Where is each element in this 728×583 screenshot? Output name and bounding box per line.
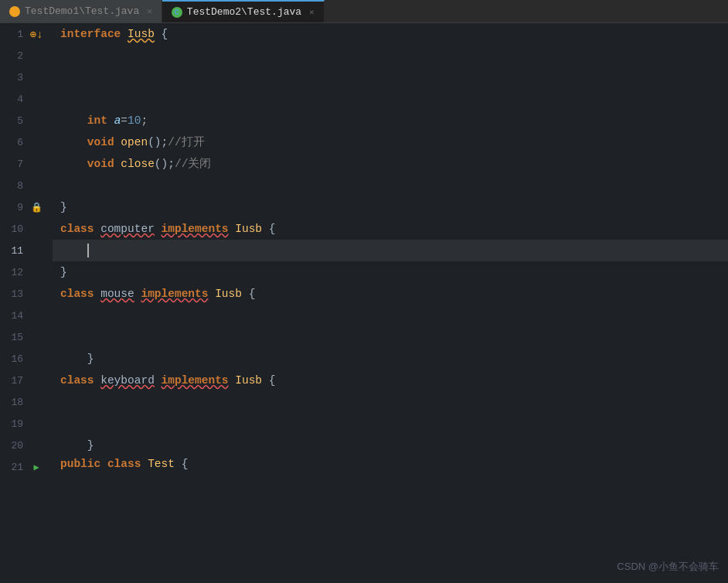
tab-icon-2: C (172, 7, 182, 18)
line-number-10: 10 (0, 223, 29, 235)
code-line-12: } (53, 261, 728, 283)
code-line-1: interface Iusb { (53, 23, 728, 45)
gutter-row-16: 16 (0, 348, 53, 370)
line-number-5: 5 (0, 115, 29, 127)
code-line-20: } (53, 435, 728, 456)
gutter-row-9: 9 🔒 (0, 196, 53, 218)
gutter-row-3: 3 (0, 66, 53, 88)
keyword-void-1: void (87, 131, 114, 153)
tab-testdemo2[interactable]: C TestDemo2\Test.java ✕ (162, 0, 325, 22)
line-number-15: 15 (0, 332, 29, 343)
text-cursor (87, 244, 89, 257)
line-number-6: 6 (0, 137, 29, 148)
arrow-down-icon: ⊕↓ (30, 28, 43, 41)
gutter-row-4: 4 (0, 88, 53, 110)
line-number-3: 3 (0, 72, 29, 84)
code-line-6: void open (); //打开 (53, 131, 728, 153)
line-number-19: 19 (0, 418, 29, 430)
line-number-14: 14 (0, 310, 29, 322)
keyword-implements-2: implements (141, 283, 208, 305)
classname-test: Test (148, 456, 175, 472)
gutter-row-20: 20 (0, 435, 53, 456)
code-line-8 (53, 175, 728, 196)
tab-close-2[interactable]: ✕ (309, 7, 315, 17)
gutter-row-15: 15 (0, 326, 53, 348)
code-line-2 (53, 45, 728, 66)
code-line-3 (53, 66, 728, 88)
code-line-18 (53, 391, 728, 413)
tab-label-1: TestDemo1\Test.java (25, 5, 139, 17)
gutter-row-11: 11 (0, 240, 53, 261)
code-editor[interactable]: interface Iusb { int a = 10 ; void o (53, 23, 728, 583)
iusb-ref-3: Iusb (235, 370, 262, 391)
arrow-right-icon: ▶ (33, 462, 39, 473)
num-10: 10 (128, 110, 141, 131)
line-marker-21: ▶ (29, 462, 43, 473)
code-line-21: public class Test { (53, 456, 728, 472)
line-number-18: 18 (0, 397, 29, 408)
keyword-void-2: void (87, 153, 114, 175)
code-line-5: int a = 10 ; (53, 110, 728, 131)
code-line-11[interactable] (53, 240, 728, 261)
gutter-row-12: 12 (0, 261, 53, 283)
code-line-7: void close (); //关闭 (53, 153, 728, 175)
var-a: a (114, 110, 121, 131)
editor-container: 1 ⊕↓ 2 3 4 5 6 7 (0, 23, 728, 583)
gutter-row-2: 2 (0, 45, 53, 66)
line-number-11: 11 (0, 245, 29, 257)
line-number-7: 7 (0, 159, 29, 170)
keyword-class-1: class (60, 218, 94, 240)
code-line-10: class computer implements Iusb { (53, 218, 728, 240)
method-open: open (121, 131, 148, 153)
line-number-2: 2 (0, 50, 29, 62)
keyword-int: int (87, 110, 107, 131)
keyword-class-4: class (107, 456, 141, 472)
fold-icon-9[interactable]: 🔒 (31, 202, 43, 213)
line-number-9: 9 (0, 202, 29, 213)
gutter-row-17: 17 (0, 370, 53, 391)
gutter-row-10: 10 (0, 218, 53, 240)
line-number-20: 20 (0, 440, 29, 452)
classname-computer: computer (100, 218, 155, 240)
line-number-1: 1 (0, 29, 29, 40)
code-line-19 (53, 413, 728, 435)
code-line-9: } (53, 196, 728, 218)
code-line-4 (53, 88, 728, 110)
tab-label-2: TestDemo2\Test.java (187, 6, 301, 18)
gutter-row-19: 19 (0, 413, 53, 435)
classname-keyboard: keyboard (100, 370, 155, 391)
interface-name-iusb: Iusb (128, 23, 155, 45)
iusb-ref-2: Iusb (215, 283, 242, 305)
line-marker-9: 🔒 (29, 202, 43, 213)
line-marker-1: ⊕↓ (29, 28, 43, 41)
line-number-4: 4 (0, 94, 29, 105)
gutter-row-1: 1 ⊕↓ (0, 23, 53, 45)
tab-testdemo1[interactable]: TestDemo1\Test.java ✕ (0, 0, 162, 22)
line-number-21: 21 (0, 462, 29, 473)
keyword-public: public (60, 456, 100, 472)
keyword-implements-3: implements (162, 370, 229, 391)
line-number-8: 8 (0, 180, 29, 192)
tab-close-1[interactable]: ✕ (147, 6, 152, 16)
gutter-row-7: 7 (0, 153, 53, 175)
code-line-14 (53, 305, 728, 326)
gutter-row-21: 21 ▶ (0, 456, 53, 478)
watermark: CSDN @小鱼不会骑车 (617, 560, 719, 574)
gutter-row-6: 6 (0, 131, 53, 153)
line-number-16: 16 (0, 353, 29, 365)
line-number-12: 12 (0, 267, 29, 278)
comment-close: //关闭 (175, 153, 211, 175)
code-line-17: class keyboard implements Iusb { (53, 370, 728, 391)
line-number-13: 13 (0, 288, 29, 300)
gutter-row-14: 14 (0, 305, 53, 326)
code-line-13: class mouse implements Iusb { (53, 283, 728, 305)
gutter-row-18: 18 (0, 391, 53, 413)
comment-open: //打开 (168, 131, 204, 153)
method-close: close (121, 153, 155, 175)
keyword-implements-1: implements (162, 218, 229, 240)
keyword-class-2: class (60, 283, 94, 305)
gutter: 1 ⊕↓ 2 3 4 5 6 7 (0, 23, 53, 583)
gutter-row-8: 8 (0, 175, 53, 196)
line-number-17: 17 (0, 375, 29, 387)
tab-bar: TestDemo1\Test.java ✕ C TestDemo2\Test.j… (0, 0, 728, 23)
